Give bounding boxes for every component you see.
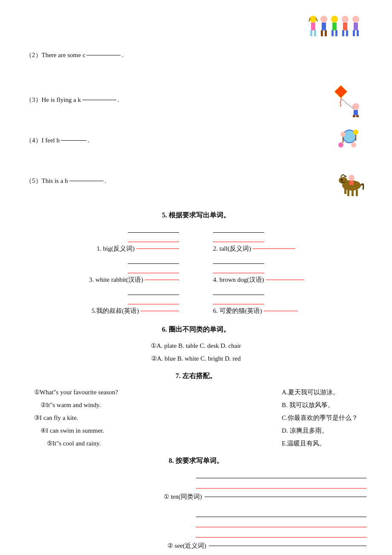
match-left-2: ②It"s warm and windy. [34, 399, 118, 411]
q3-blank [82, 100, 116, 100]
section6-q1: ①A. plate B. table C. desk D. chair [26, 339, 366, 352]
svg-rect-23 [354, 110, 358, 115]
svg-rect-37 [344, 180, 349, 187]
svg-point-32 [338, 142, 343, 147]
vocab-item-1: 1. big(反义词) [26, 225, 192, 253]
section6-q2: ②A. blue B. white C. bright D. red [26, 352, 366, 365]
svg-line-4 [309, 18, 310, 21]
kite-illustration [332, 83, 366, 117]
section7: 7. 左右搭配。 ①What"s your favourite season? … [26, 372, 366, 450]
vocab-line-1a [128, 225, 179, 233]
write-answer-1 [205, 497, 366, 497]
write-line-1b [196, 481, 366, 489]
svg-rect-12 [331, 30, 334, 36]
svg-marker-26 [334, 85, 347, 98]
svg-line-5 [316, 18, 317, 21]
write-item-1: ① ten(同类词) [26, 471, 366, 501]
svg-rect-3 [314, 30, 316, 36]
match-left-5: ⑤It"s cool and rainy. [34, 437, 118, 450]
vocab-label-2: 2. tall(反义词) [213, 245, 295, 253]
match-left-4: ④I can swim in summer. [34, 424, 118, 437]
vocab-line-2b [213, 234, 264, 242]
page: （2）There are some c . [0, 0, 392, 555]
svg-point-14 [342, 16, 349, 23]
match-right-2: B. 我可以放风筝。 [282, 399, 358, 411]
match-right-1: A.夏天我可以游泳。 [282, 386, 358, 399]
vocab-label-3: 3. white rabbit(汉语) [89, 276, 179, 284]
svg-rect-21 [357, 30, 359, 36]
svg-rect-38 [347, 190, 349, 196]
svg-rect-11 [332, 23, 337, 30]
vocab-line-3a [128, 256, 179, 264]
vocab-label-1: 1. big(反义词) [97, 245, 179, 253]
vocab-line-4a [213, 256, 264, 264]
q4-label: （4）I feel h [26, 136, 60, 145]
svg-rect-17 [346, 30, 348, 36]
section8: 8. 按要求写单词。 ① ten(同类词) ② see(近义词) [26, 457, 366, 550]
svg-rect-15 [343, 23, 347, 30]
q4-blank [61, 140, 86, 141]
match-left-3: ③I can fly a kite. [34, 411, 118, 424]
vocab-label-6: 6. 可爱的猫(英语) [213, 307, 298, 315]
q2-blank [86, 55, 121, 55]
section8-title: 8. 按要求写单词。 [26, 457, 366, 465]
horse-illustration [332, 164, 366, 198]
happy-illustration [332, 124, 366, 158]
svg-rect-39 [352, 190, 354, 196]
match-left-1: ①What"s your favourite season? [34, 386, 118, 399]
svg-point-30 [353, 130, 358, 135]
vocab-item-2: 2. tall(反义词) [200, 225, 366, 253]
vocab-label-5: 5.我的叔叔(英语) [92, 307, 179, 315]
svg-point-31 [351, 142, 356, 147]
svg-point-44 [341, 179, 343, 181]
svg-rect-9 [325, 30, 327, 36]
vocab-label-4: 4. brown dog(汉语) [213, 276, 304, 284]
section7-title: 7. 左右搭配。 [26, 372, 366, 381]
svg-rect-2 [310, 30, 312, 36]
svg-point-0 [310, 16, 317, 23]
vocab-line-3b [128, 266, 179, 273]
write-line-2b [196, 520, 366, 527]
section6: 6. 圈出不同类的单词。 ①A. plate B. table C. desk … [26, 325, 366, 365]
svg-rect-25 [356, 115, 359, 117]
vocab-line-4b [213, 266, 264, 273]
svg-rect-7 [322, 23, 326, 30]
vocab-item-6: 6. 可爱的猫(英语) [200, 287, 366, 315]
q2-label: （2）There are some c [26, 51, 85, 59]
svg-point-22 [352, 103, 359, 110]
write-answer-2 [209, 546, 366, 546]
write-item-2: ② see(近义词) [26, 509, 366, 550]
children-illustration [307, 13, 366, 43]
svg-point-18 [352, 16, 359, 23]
svg-rect-16 [342, 30, 344, 36]
svg-rect-8 [321, 30, 323, 36]
svg-point-42 [349, 175, 355, 181]
q3-label: （3）He is flying a k [26, 96, 81, 104]
vocab-line-5b [128, 297, 179, 304]
section5: 5. 根据要求写出单词。 1. big(反义词) 2. tall(反义词) [26, 211, 366, 318]
svg-rect-41 [344, 188, 346, 194]
write-line-2a [196, 509, 366, 517]
write-label-1: ① ten(同类词) [26, 493, 366, 501]
svg-point-6 [320, 16, 327, 23]
svg-rect-43 [349, 181, 354, 185]
vocab-line-2a [213, 225, 264, 233]
section5-title: 5. 根据要求写出单词。 [26, 211, 366, 220]
write-line-1a [196, 471, 366, 478]
vocab-line-6b [213, 297, 264, 304]
section4: （2）There are some c . [26, 13, 366, 202]
vocab-item-5: 5.我的叔叔(英语) [26, 287, 192, 315]
section6-title: 6. 圈出不同类的单词。 [26, 325, 366, 334]
match-right-4: D. 凉爽且多雨。 [282, 424, 358, 437]
q5-label: （5）This is a h [26, 177, 68, 185]
match-right-3: C.你最喜欢的季节是什么？ [282, 411, 358, 424]
vocab-line-6a [213, 287, 264, 295]
svg-point-29 [340, 132, 346, 137]
svg-rect-24 [353, 115, 355, 117]
match-right: A.夏天我可以游泳。 B. 我可以放风筝。 C.你最喜欢的季节是什么？ D. 凉… [282, 386, 358, 450]
svg-rect-20 [353, 30, 355, 36]
write-line-2c [196, 530, 366, 538]
q5-blank [69, 181, 104, 181]
svg-rect-19 [354, 23, 358, 30]
vocab-line-1b [128, 234, 179, 242]
